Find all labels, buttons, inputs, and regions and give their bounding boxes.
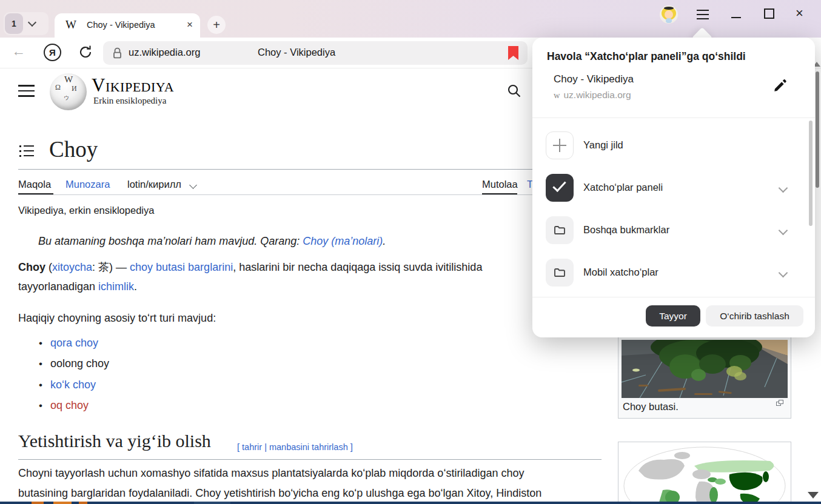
hamburger-icon	[18, 85, 35, 87]
scrollbar-down-arrow[interactable]	[808, 492, 819, 499]
tab-counter-button[interactable]: 1	[5, 13, 23, 34]
list-item: ko‘k choy	[39, 379, 96, 391]
wikipedia-favicon-icon: W	[65, 18, 76, 31]
hamburger-icon	[697, 10, 709, 11]
bookmark-flag-icon[interactable]	[508, 46, 518, 60]
para2-line-1: Choyni tayyorlash uchun xomashyo sifatid…	[18, 467, 524, 480]
edit-section-links: [ tahrir | manbasini tahrirlash ]	[237, 442, 353, 452]
address-bar[interactable]: uz.wikipedia.org Choy - Vikipediya	[103, 41, 528, 65]
image-caption: Choy butasi.	[623, 401, 679, 413]
yandex-home-button[interactable]: Я	[44, 44, 61, 61]
wikipedia-tagline: Erkin ensiklopediya	[93, 96, 166, 106]
back-button[interactable]: ←	[12, 43, 25, 59]
types-intro: Haqiqiy choyning asosiy to‘rt turi mavju…	[18, 312, 216, 325]
reload-button[interactable]	[77, 44, 94, 61]
para2-line-2: butasining barglaridan foydalaniladi. Ch…	[18, 487, 541, 500]
manbasini-tahrirlash-link[interactable]: manbasini tahrirlash	[269, 442, 348, 452]
tea-production-map[interactable]	[622, 445, 788, 504]
folder-icon[interactable]	[546, 259, 574, 287]
qora-choy-link[interactable]: qora choy	[50, 337, 98, 349]
folder-icon[interactable]	[546, 216, 574, 244]
kok-choy-link[interactable]: ko‘k choy	[50, 379, 96, 391]
bottom-edge-strip	[0, 502, 821, 504]
lock-icon[interactable]	[112, 47, 123, 62]
profile-avatar[interactable]	[660, 5, 678, 24]
lead-line-1: Choy (xitoycha: 茶) — choy butasi barglar…	[18, 260, 482, 274]
variant-selector[interactable]: lotin/кирилл	[127, 179, 181, 190]
popup-divider	[532, 297, 815, 297]
popup-title: Havola “Xatcho‘plar paneli”ga qo‘shildi	[547, 50, 746, 63]
chevron-down-icon[interactable]	[779, 268, 788, 278]
toc-list-icon[interactable]	[19, 145, 34, 159]
bookmark-title: Choy - Vikipediya	[554, 73, 634, 85]
list-item: oq choy	[39, 399, 89, 412]
xitoycha-link[interactable]: xitoycha	[52, 261, 92, 273]
choy-butasi-link[interactable]: choy butasi barglarini	[130, 261, 233, 273]
ichimlik-link[interactable]: ichimlik	[98, 280, 134, 293]
url-host: uz.wikipedia.org	[129, 47, 200, 58]
browser-menu-button[interactable]	[695, 7, 711, 22]
browser-window: 1 W Choy - Vikipediya × + × ← Я	[0, 0, 821, 504]
wikipedia-globe-logo[interactable]: WΩИゥ	[50, 73, 87, 110]
chevron-down-icon[interactable]	[779, 226, 788, 236]
remove-bookmark-button[interactable]: O‘chirib tashlash	[706, 305, 803, 327]
tea-bush-image[interactable]	[622, 340, 788, 398]
bookmark-url-row: wuz.wikipedia.org	[554, 90, 631, 101]
tab-mutolaa[interactable]: Mutolaa	[482, 179, 518, 190]
section-divider	[18, 459, 602, 460]
wikipedia-wordmark[interactable]: Vikipediya	[92, 75, 174, 96]
list-item: oolong choy	[39, 357, 109, 370]
site-subtitle: Vikipediya, erkin ensiklopediya	[18, 205, 154, 216]
page-scrollbar-thumb[interactable]	[816, 71, 819, 188]
oq-choy-link[interactable]: oq choy	[50, 399, 89, 411]
tea-bush-thumbnail-box: Choy butasi.	[618, 336, 791, 419]
search-icon[interactable]	[507, 84, 521, 98]
site-favicon-glyph: w	[554, 90, 560, 100]
address-page-title: Choy - Vikipediya	[258, 47, 335, 58]
window-minimize-button[interactable]	[731, 17, 741, 18]
chevron-down-icon[interactable]	[779, 184, 788, 193]
new-folder-plus-icon[interactable]	[546, 131, 574, 159]
tahrir-link[interactable]: tahrir	[242, 442, 262, 452]
selected-check-icon[interactable]	[546, 174, 574, 202]
lead-line-2: tayyorlanadigan ichimlik.	[18, 280, 137, 293]
avatar-headband	[664, 7, 674, 10]
edit-bookmark-button[interactable]	[772, 78, 788, 93]
active-tab[interactable]: W Choy - Vikipediya ×	[55, 13, 200, 38]
expand-image-icon[interactable]	[776, 400, 784, 406]
variant-chevron-icon[interactable]	[189, 181, 197, 189]
hatnote-link[interactable]: Choy (ma’nolari)	[303, 235, 383, 247]
popup-divider	[532, 118, 815, 118]
page-title: Choy	[49, 136, 98, 162]
done-button[interactable]: Tayyor	[646, 305, 700, 327]
wiki-menu-button[interactable]	[18, 85, 35, 97]
avatar-face	[665, 10, 673, 19]
section-heading: Yetishtirish va yigʻib olish	[18, 431, 211, 451]
bookmark-added-popup: Havola “Xatcho‘plar paneli”ga qo‘shildi …	[532, 38, 815, 337]
tab-title: Choy - Vikipediya	[87, 20, 155, 30]
hatnote: Bu atamaning boshqa ma’nolari ham mavjud…	[38, 235, 386, 248]
popup-scrollbar-thumb[interactable]	[809, 121, 813, 226]
avatar-dress	[666, 18, 672, 23]
list-item: qora choy	[39, 337, 98, 350]
map-thumbnail-box	[618, 442, 791, 504]
window-maximize-button[interactable]	[764, 8, 774, 19]
new-tab-button[interactable]: +	[207, 16, 226, 34]
window-close-button[interactable]: ×	[796, 5, 803, 21]
tab-close-icon[interactable]: ×	[187, 19, 193, 31]
tab-munozara[interactable]: Munozara	[65, 179, 110, 190]
tab-maqola[interactable]: Maqola	[18, 179, 51, 190]
